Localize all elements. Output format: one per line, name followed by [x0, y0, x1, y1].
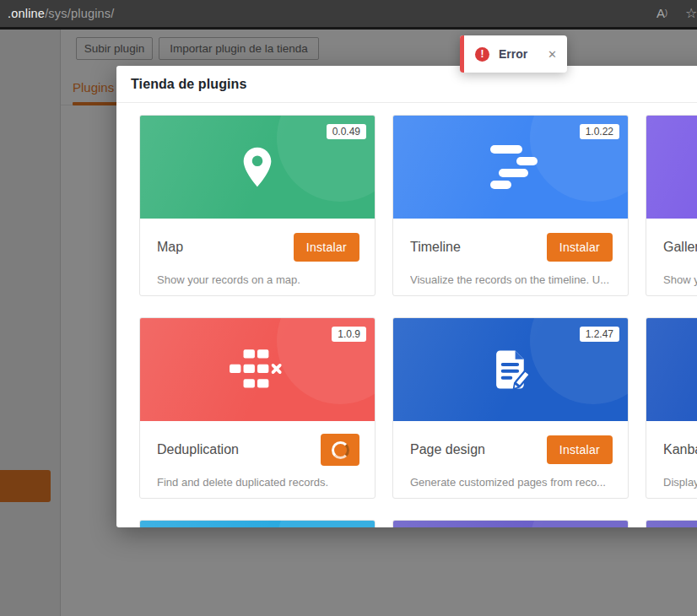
spinner-icon	[332, 441, 349, 459]
plugin-name: Timeline	[410, 240, 461, 255]
plugin-banner: 1.0.9	[140, 318, 375, 421]
chrome-divider	[0, 27, 697, 30]
url-host: .online	[8, 7, 45, 20]
plugin-card-page-design[interactable]: 1.2.47	[392, 317, 629, 499]
card-content: Deduplication Find and delete duplicated…	[140, 421, 375, 489]
plugin-card-kanban[interactable]: Kanba Display	[646, 317, 697, 499]
card-content: Page design Instalar Generate customized…	[393, 421, 628, 489]
plugin-description: Generate customized pages from reco...	[410, 476, 613, 489]
plugin-description: Find and delete duplicated records.	[157, 476, 359, 489]
plugin-card-partial-1	[139, 520, 376, 527]
plugin-name: Galler	[663, 240, 697, 255]
plugin-name: Kanba	[663, 442, 697, 457]
plugin-card-partial-2	[392, 520, 629, 527]
toast-label: Error	[499, 47, 527, 61]
version-badge: 1.2.47	[580, 327, 619, 342]
toast-accent-stripe	[460, 35, 464, 73]
plugin-description: Show your records on a map.	[157, 273, 359, 286]
plugin-card-deduplication[interactable]: 1.0.9 Deduplica	[139, 317, 376, 499]
card-content: Kanba Display	[646, 421, 697, 489]
version-badge: 1.0.9	[332, 327, 366, 342]
plugin-banner: 1.2.47	[393, 318, 628, 421]
plugin-description: Display	[663, 476, 697, 489]
plugin-card-partial-3	[646, 520, 697, 527]
plugin-name: Map	[157, 240, 183, 255]
plugin-grid: 0.0.49 Map Instalar Show your records on…	[116, 103, 697, 527]
modal-title: Tienda de plugins	[131, 77, 246, 92]
modal-header: Tienda de plugins	[116, 66, 697, 103]
plugin-name: Deduplication	[157, 442, 239, 457]
toast-close-icon[interactable]: ✕	[548, 48, 557, 61]
plugin-card-gallery[interactable]: Galler Show y	[646, 115, 697, 296]
install-button-map[interactable]: Instalar	[294, 233, 359, 262]
version-badge: 0.0.49	[327, 124, 366, 139]
card-content: Map Instalar Show your records on a map.	[140, 219, 375, 286]
plugin-banner	[140, 521, 375, 527]
plugin-card-timeline[interactable]: 1.0.22 Timeline Instalar Visualize the r…	[392, 115, 629, 296]
error-icon: !	[475, 47, 489, 62]
install-button-page-design[interactable]: Instalar	[547, 435, 613, 464]
plugin-card-map[interactable]: 0.0.49 Map Instalar Show your records on…	[139, 115, 376, 296]
card-content: Galler Show y	[646, 219, 697, 286]
error-toast: ! Error ✕	[460, 35, 567, 73]
plugin-banner	[646, 116, 697, 219]
favorites-star-icon[interactable]: ☆	[685, 5, 697, 22]
read-aloud-icon[interactable]: A)	[656, 5, 667, 22]
install-button-timeline[interactable]: Instalar	[547, 233, 613, 262]
url-text[interactable]: .online/sys/plugins/	[0, 7, 115, 20]
url-path: /sys/plugins/	[45, 7, 114, 20]
browser-address-bar[interactable]: .online/sys/plugins/ A) ☆	[0, 0, 697, 27]
card-content: Timeline Instalar Visualize the records …	[393, 219, 628, 286]
plugin-description: Visualize the records on the timeline. U…	[410, 273, 613, 286]
screen: .online/sys/plugins/ A) ☆ Subir plugin I…	[0, 0, 697, 616]
plugin-banner: 1.0.22	[393, 116, 628, 219]
version-badge: 1.0.22	[580, 124, 619, 139]
plugin-banner	[393, 521, 628, 527]
plugin-banner: 0.0.49	[140, 116, 375, 219]
plugin-banner	[646, 521, 697, 527]
plugin-banner	[646, 318, 697, 421]
install-loading-button[interactable]	[321, 434, 359, 466]
plugin-name: Page design	[410, 442, 485, 457]
plugin-description: Show y	[663, 273, 697, 286]
plugin-store-modal: Tienda de plugins 0.0.49 Map Instalar Sh…	[116, 66, 697, 527]
